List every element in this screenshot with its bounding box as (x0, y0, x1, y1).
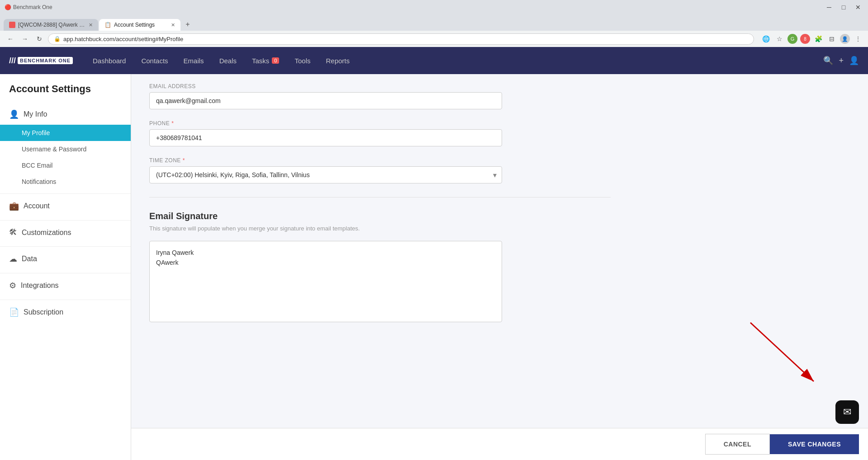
person-icon: 👤 (9, 109, 19, 119)
reload-button[interactable]: ↻ (33, 33, 45, 45)
sidebar-section-subscription: 📄 Subscription (0, 302, 131, 323)
logo: /// BENCHMARK ONE (9, 56, 73, 66)
sidebar-subscription-header[interactable]: 📄 Subscription (0, 302, 131, 323)
app-layout: /// BENCHMARK ONE Dashboard Contacts Ema… (0, 47, 868, 460)
tab-favicon-1 (9, 22, 15, 28)
window-title-bar: 🔴 Benchmark One ─ □ ✕ (0, 0, 868, 14)
back-button[interactable]: ← (5, 33, 16, 45)
top-nav: /// BENCHMARK ONE Dashboard Contacts Ema… (0, 47, 868, 74)
user-icon[interactable]: 👤 (849, 56, 859, 66)
nav-tasks[interactable]: Tasks 0 (246, 53, 285, 68)
sidebar-integrations-header[interactable]: ⚙ Integrations (0, 275, 131, 296)
sidebar-divider-5 (0, 300, 131, 300)
nav-dashboard[interactable]: Dashboard (86, 53, 132, 68)
tab-account-settings[interactable]: 📋 Account Settings ✕ (99, 19, 180, 31)
tools-icon: 🛠 (9, 228, 17, 237)
subscription-label: Subscription (24, 308, 63, 316)
address-bar-row: ← → ↻ 🔒 app.hatchbuck.com/account/settin… (0, 31, 868, 47)
cancel-button[interactable]: CANCEL (705, 434, 770, 455)
signature-line-1: Iryna Qawerk (156, 248, 495, 258)
nav-contacts[interactable]: Contacts (135, 53, 174, 68)
signature-line-2: QAwerk (156, 258, 495, 268)
user-profile-icon[interactable]: 👤 (840, 34, 850, 44)
extensions-icon[interactable]: 🧩 (813, 33, 824, 44)
sidebar-customizations-header[interactable]: 🛠 Customizations (0, 222, 131, 243)
sidebar-section-integrations: ⚙ Integrations (0, 275, 131, 296)
sidebar-title: Account Settings (0, 83, 131, 104)
add-icon[interactable]: + (839, 56, 844, 66)
content-area: EMAIL ADDRESS PHONE * TIME ZONE (131, 74, 629, 378)
signature-editor[interactable]: Iryna Qawerk QAwerk (149, 241, 502, 322)
tasks-badge: 0 (272, 57, 279, 64)
tab-qwcom[interactable]: [QWCOM-2888] QAwerk test b... ✕ (4, 19, 98, 31)
sidebar-section-data: ☁ Data (0, 249, 131, 269)
minimize-button[interactable]: ─ (824, 2, 835, 13)
sidebar-item-notifications[interactable]: Notifications (0, 174, 131, 190)
sidebar-section-my-info: 👤 My Info My Profile Username & Password… (0, 104, 131, 190)
nav-tools[interactable]: Tools (288, 53, 317, 68)
sidebar-account-header[interactable]: 💼 Account (0, 196, 131, 216)
tab-bar: [QWCOM-2888] QAwerk test b... ✕ 📋 Accoun… (0, 14, 868, 31)
save-changes-button[interactable]: SAVE CHANGES (770, 434, 859, 454)
tab-strip: [QWCOM-2888] QAwerk test b... ✕ 📋 Accoun… (4, 18, 194, 31)
email-address-input[interactable] (149, 92, 502, 109)
tab-label-1: [QWCOM-2888] QAwerk test b... (18, 22, 86, 28)
email-address-label: EMAIL ADDRESS (149, 83, 611, 89)
url-text: app.hatchbuck.com/account/setting#MyProf… (63, 36, 183, 42)
account-label: Account (24, 202, 50, 210)
cloud-icon: ☁ (9, 254, 17, 264)
phone-input[interactable] (149, 129, 502, 146)
email-signature-section: Email Signature This signature will popu… (149, 211, 611, 322)
forward-button[interactable]: → (19, 33, 31, 45)
profile-circle[interactable]: G (787, 34, 797, 44)
gear-icon: ⚙ (9, 281, 16, 291)
sidebar-divider-2 (0, 220, 131, 221)
logo-mark: /// (9, 56, 16, 66)
search-icon[interactable]: 🔍 (823, 56, 833, 66)
address-bar[interactable]: 🔒 app.hatchbuck.com/account/setting#MyPr… (48, 33, 754, 45)
data-label: Data (22, 255, 37, 263)
nav-deals[interactable]: Deals (213, 53, 243, 68)
chat-icon: ✉ (843, 406, 851, 418)
new-tab-button[interactable]: + (181, 18, 194, 31)
customizations-label: Customizations (22, 229, 71, 237)
sidebar-item-bcc-email[interactable]: BCC Email (0, 157, 131, 174)
sidebar-data-header[interactable]: ☁ Data (0, 249, 131, 269)
browser-actions: 🌐 ☆ G 8 🧩 ⊟ 👤 ⋮ (760, 33, 863, 44)
sidebar-toggle-icon[interactable]: ⊟ (826, 33, 837, 44)
briefcase-icon: 💼 (9, 201, 19, 211)
sidebar-my-info-header[interactable]: 👤 My Info (0, 104, 131, 125)
sidebar-item-username-password[interactable]: Username & Password (0, 141, 131, 157)
more-options-icon[interactable]: ⋮ (853, 33, 863, 44)
window-controls: ─ □ ✕ (824, 2, 863, 13)
sidebar-section-customizations: 🛠 Customizations (0, 222, 131, 243)
bookmark-icon[interactable]: ☆ (774, 33, 785, 44)
my-info-sub-items: My Profile Username & Password BCC Email… (0, 125, 131, 190)
email-address-group: EMAIL ADDRESS (149, 83, 611, 109)
nav-reports[interactable]: Reports (319, 53, 356, 68)
nav-items: Dashboard Contacts Emails Deals Tasks 0 … (86, 53, 823, 68)
phone-label: PHONE * (149, 120, 611, 127)
sidebar-divider-1 (0, 193, 131, 194)
notifications-icon[interactable]: 8 (800, 34, 810, 44)
tab-close-2[interactable]: ✕ (171, 22, 175, 28)
tab-label-2: Account Settings (114, 22, 155, 28)
timezone-select[interactable]: (UTC+02:00) Helsinki, Kyiv, Riga, Sofia,… (149, 166, 502, 183)
sidebar-item-my-profile[interactable]: My Profile (0, 125, 131, 141)
maximize-button[interactable]: □ (838, 2, 849, 13)
main-content: EMAIL ADDRESS PHONE * TIME ZONE (131, 74, 868, 460)
logo-text: BENCHMARK ONE (18, 57, 73, 64)
chat-widget[interactable]: ✉ (835, 400, 859, 424)
lock-icon: 🔒 (54, 36, 61, 42)
sidebar-divider-3 (0, 246, 131, 247)
sidebar-divider-4 (0, 273, 131, 273)
translate-icon[interactable]: 🌐 (760, 33, 771, 44)
integrations-label: Integrations (21, 282, 59, 290)
tab-close-1[interactable]: ✕ (89, 22, 93, 28)
bottom-action-bar: CANCEL SAVE CHANGES (131, 428, 868, 460)
close-button[interactable]: ✕ (853, 2, 863, 13)
email-signature-title: Email Signature (149, 211, 611, 221)
timezone-required: * (183, 157, 185, 164)
nav-emails[interactable]: Emails (177, 53, 210, 68)
nav-right: 🔍 + 👤 (823, 56, 859, 66)
